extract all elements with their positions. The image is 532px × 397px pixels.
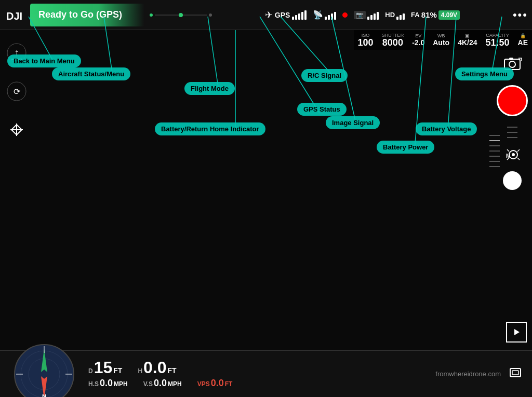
fa-label: FA	[411, 11, 420, 19]
screenshot-button[interactable]	[509, 366, 522, 381]
hd-label: HD	[385, 11, 395, 19]
level-indicator	[489, 135, 500, 167]
battery-indicator-group: FA 81% 4.09V	[411, 10, 460, 20]
height-value: 0.0	[143, 359, 166, 376]
vspeed-value: 0.0	[154, 378, 167, 389]
level-line-1	[489, 135, 500, 136]
status-text: Ready to Go (GPS)	[38, 9, 122, 20]
tooltip-aircraft-status[interactable]: Aircraft Status/Menu	[52, 67, 130, 80]
top-bar: DJI Ready to Go (GPS) ✈ GPS	[0, 0, 532, 30]
ev-label: EV	[415, 33, 421, 38]
svg-point-24	[512, 153, 515, 156]
height-item: H 0.0 FT	[138, 359, 176, 376]
hspeed-item: H.S 0.0 MPH	[88, 378, 128, 389]
cap-value: 51:50	[486, 38, 510, 47]
shutter-value: 8000	[382, 38, 403, 47]
status-bar[interactable]: Ready to Go (GPS)	[30, 4, 144, 26]
antenna-icon: 📡	[313, 10, 323, 20]
tooltip-battery-voltage[interactable]: Battery Voltage	[416, 122, 477, 135]
capacity-setting: CAPACITY 51:50	[486, 33, 510, 47]
hd-signal-bars	[396, 10, 405, 20]
svg-text:⟳: ⟳	[14, 87, 21, 96]
level-line-2	[489, 140, 500, 141]
height-label: H	[138, 367, 142, 375]
vps-label: VPS	[197, 380, 210, 388]
hspeed-unit: MPH	[114, 380, 128, 388]
telemetry-row-top: D 15 FT H 0.0 FT	[88, 359, 232, 376]
hspeed-value: 0.0	[100, 378, 113, 389]
compass: N	[14, 344, 75, 398]
photo-button[interactable]	[503, 171, 522, 190]
resolution-setting: ▣ 4K/24	[458, 33, 477, 47]
battery-voltage-badge: 4.09V	[438, 10, 460, 20]
progress-indicator	[179, 13, 183, 17]
res-label: ▣	[465, 33, 470, 38]
distance-item: D 15 FT	[88, 359, 122, 376]
gps-signal-bars	[292, 10, 307, 20]
dji-logo[interactable]: DJI	[4, 4, 27, 26]
iso-value: 100	[358, 38, 374, 47]
tooltip-settings-menu[interactable]: Settings Menu	[455, 67, 514, 80]
svg-line-25	[507, 149, 509, 152]
gps-label: GPS	[275, 11, 290, 19]
waypoint-button[interactable]	[5, 118, 28, 141]
level-lines-lower	[507, 127, 517, 138]
return-home-button[interactable]: ⟳	[5, 80, 28, 103]
camera-icon-small: 📷	[354, 11, 366, 19]
tooltip-rc-signal[interactable]: R/C Signal	[301, 69, 348, 82]
svg-marker-30	[514, 329, 520, 335]
settings-icon-button[interactable]: M	[501, 143, 524, 166]
level-line-l2	[507, 132, 517, 133]
svg-rect-22	[509, 58, 513, 60]
vspeed-unit: MPH	[168, 380, 182, 388]
vspeed-item: V.S 0.0 MPH	[143, 378, 182, 389]
level-line-3	[489, 145, 500, 146]
svg-rect-41	[510, 368, 521, 377]
iso-setting: ISO 100	[358, 33, 374, 47]
vspeed-label: V.S	[143, 380, 153, 388]
svg-point-21	[509, 61, 515, 67]
tooltip-image-signal[interactable]: Image Signal	[326, 116, 380, 129]
image-signal-bars	[367, 10, 379, 20]
vps-item: VPS 0.0 FT	[197, 378, 233, 389]
tooltip-battery-return[interactable]: Battery/Return Home Indicator	[155, 122, 265, 135]
gps-group: ✈ GPS	[265, 9, 307, 21]
rc-signal-bars	[325, 10, 336, 20]
svg-line-26	[517, 149, 520, 152]
drone-icon: ✈	[265, 9, 273, 21]
wb-label: WB	[437, 33, 445, 38]
ev-value: -2.0	[412, 38, 424, 47]
distance-unit: FT	[113, 366, 122, 375]
svg-text:M: M	[506, 153, 510, 159]
camera-settings-row: ISO 100 SHUTTER 8000 EV -2.0 WB Auto ▣ 4…	[354, 30, 532, 50]
ae-setting: 🔒 AE	[518, 33, 528, 47]
more-options-button[interactable]: •••	[513, 8, 528, 22]
height-unit: FT	[168, 366, 177, 375]
bottom-bar: N D 15 FT H 0.0 FT H.S 0.0 M	[0, 350, 532, 397]
vps-unit: FT	[225, 380, 233, 388]
res-value: 4K/24	[458, 38, 477, 47]
tooltip-flight-mode[interactable]: Flight Mode	[184, 82, 235, 95]
distance-label: D	[88, 367, 93, 375]
telemetry-row-bottom: H.S 0.0 MPH V.S 0.0 MPH VPS 0.0 FT	[88, 378, 232, 389]
wb-value: Auto	[433, 38, 449, 47]
svg-line-4	[260, 17, 320, 113]
hspeed-label: H.S	[88, 380, 99, 388]
level-line-6	[489, 161, 500, 162]
hd-group: HD	[385, 10, 405, 20]
tooltip-gps-status[interactable]: GPS Status	[297, 103, 347, 116]
shutter-setting: SHUTTER 8000	[382, 33, 404, 47]
record-button[interactable]	[497, 85, 528, 116]
level-line-4	[489, 150, 500, 152]
distance-value: 15	[94, 359, 113, 376]
vps-value: 0.0	[211, 378, 224, 389]
tooltip-back-to-main[interactable]: Back to Main Menu	[7, 54, 81, 67]
lock-icon: 🔒	[520, 33, 526, 38]
wb-setting: WB Auto	[433, 33, 449, 47]
tooltip-battery-power[interactable]: Battery Power	[377, 141, 434, 154]
ev-setting: EV -2.0	[412, 33, 424, 47]
playback-button[interactable]	[506, 322, 527, 343]
red-indicator-dot	[342, 12, 348, 18]
telemetry-section: D 15 FT H 0.0 FT H.S 0.0 MPH V.S 0.0 MPH	[88, 359, 232, 389]
rc-signal-group: 📡	[313, 10, 336, 20]
